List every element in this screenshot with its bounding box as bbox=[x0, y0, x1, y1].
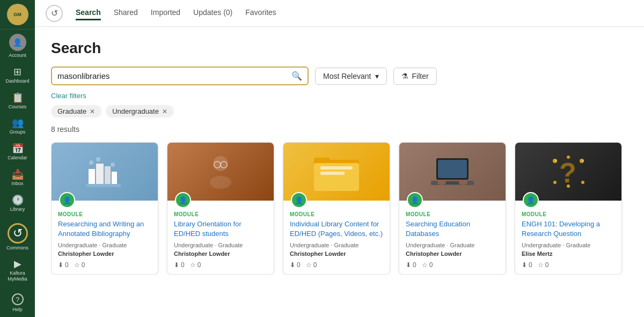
sidebar-label-library: Library bbox=[10, 207, 25, 212]
card-3-stars[interactable]: ☆ 0 bbox=[306, 261, 317, 269]
person-badge-icon-3: 👤 bbox=[295, 196, 303, 204]
svg-rect-2 bbox=[105, 166, 111, 185]
card-4-download[interactable]: ⬇ 0 bbox=[406, 261, 416, 269]
sidebar-item-courses[interactable]: 📋 Courses bbox=[0, 89, 35, 114]
svg-point-6 bbox=[96, 157, 100, 161]
remove-graduate-filter[interactable]: ✕ bbox=[90, 108, 95, 115]
star-icon-1: ☆ bbox=[74, 261, 80, 269]
card-3: 👤 MODULE Individual Library Content for … bbox=[283, 142, 390, 275]
svg-point-22 bbox=[437, 180, 446, 185]
sidebar-label-commons: Commons bbox=[6, 245, 28, 251]
svg-point-5 bbox=[89, 160, 93, 165]
card-4-body: MODULE Searching Education Databases Und… bbox=[399, 201, 506, 274]
card-5-actions: ⬇ 0 ☆ 0 bbox=[522, 261, 615, 269]
card-3-type: MODULE bbox=[290, 211, 383, 217]
sidebar-label-help: Help bbox=[12, 307, 23, 313]
filter-tags-row: Graduate ✕ Undergraduate ✕ bbox=[51, 105, 628, 117]
results-count: 8 results bbox=[51, 125, 628, 134]
download-icon-2: ⬇ bbox=[174, 261, 179, 269]
card-3-title[interactable]: Individual Library Content for ED/HED (P… bbox=[290, 219, 383, 239]
person-illustration bbox=[199, 153, 242, 190]
card-5-body: MODULE ENGH 101: Developing a Research Q… bbox=[515, 201, 621, 274]
card-5-download[interactable]: ⬇ 0 bbox=[522, 261, 532, 269]
card-5-type: MODULE bbox=[522, 211, 615, 217]
card-4-title[interactable]: Searching Education Databases bbox=[406, 219, 499, 239]
card-3-star-count: 0 bbox=[313, 261, 317, 269]
books-illustration bbox=[83, 153, 126, 190]
card-3-author: Christopher Lowder bbox=[290, 250, 383, 257]
groups-icon: 👥 bbox=[12, 118, 24, 128]
sidebar-item-commons[interactable]: ↺ Commons bbox=[0, 219, 35, 255]
remove-undergraduate-filter[interactable]: ✕ bbox=[162, 108, 167, 115]
svg-point-28 bbox=[581, 181, 584, 184]
svg-rect-1 bbox=[96, 164, 104, 185]
sidebar-item-kaltura[interactable]: ▶ Kaltura MyMedia bbox=[0, 255, 35, 286]
card-4-stars[interactable]: ☆ 0 bbox=[422, 261, 433, 269]
sort-dropdown[interactable]: Most Relevant ▾ bbox=[315, 68, 387, 85]
search-icon: 🔍 bbox=[291, 71, 302, 81]
filter-tag-undergraduate: Undergraduate ✕ bbox=[106, 105, 174, 117]
sidebar: GM 👤 Account ⊞ Dashboard 📋 Courses 👥 Gro… bbox=[0, 0, 35, 317]
card-1-title[interactable]: Researching and Writing an Annotated Bib… bbox=[58, 219, 151, 239]
card-1-download[interactable]: ⬇ 0 bbox=[58, 261, 69, 269]
tab-search[interactable]: Search bbox=[76, 6, 101, 20]
library-icon: 🕐 bbox=[12, 195, 24, 205]
filter-button[interactable]: ⚗ Filter bbox=[393, 68, 436, 85]
card-1-type: MODULE bbox=[58, 211, 151, 217]
card-3-body: MODULE Individual Library Content for ED… bbox=[283, 201, 390, 274]
card-2-download[interactable]: ⬇ 0 bbox=[174, 261, 185, 269]
svg-point-9 bbox=[210, 176, 231, 189]
sidebar-label-dashboard: Dashboard bbox=[5, 78, 29, 84]
tab-favorites[interactable]: Favorites bbox=[245, 6, 276, 20]
person-badge-icon-4: 👤 bbox=[411, 196, 419, 204]
sidebar-item-library[interactable]: 🕐 Library bbox=[0, 191, 35, 217]
card-2-stars[interactable]: ☆ 0 bbox=[190, 261, 201, 269]
clear-filters-link[interactable]: Clear filters bbox=[51, 92, 628, 100]
svg-text:?: ? bbox=[559, 157, 576, 188]
tab-imported[interactable]: Imported bbox=[151, 6, 180, 20]
sidebar-label-courses: Courses bbox=[9, 104, 27, 110]
tab-updates[interactable]: Updates (0) bbox=[193, 6, 232, 20]
courses-icon: 📋 bbox=[12, 93, 24, 102]
sidebar-item-inbox[interactable]: 📥 Inbox bbox=[0, 165, 35, 191]
commons-icon: ↺ bbox=[13, 226, 23, 240]
sidebar-label-account: Account bbox=[9, 53, 26, 58]
card-3-download[interactable]: ⬇ 0 bbox=[290, 261, 301, 269]
card-4-downloads: 0 bbox=[413, 261, 416, 269]
sidebar-item-groups[interactable]: 👥 Groups bbox=[0, 114, 35, 139]
card-5: ? � bbox=[515, 142, 622, 275]
card-5-star-count: 0 bbox=[545, 261, 549, 269]
card-2-title[interactable]: Library Orientation for ED/HED students bbox=[174, 219, 267, 239]
card-4-star-count: 0 bbox=[429, 261, 433, 269]
sidebar-item-dashboard[interactable]: ⊞ Dashboard bbox=[0, 63, 35, 89]
svg-point-7 bbox=[111, 163, 115, 167]
card-4-actions: ⬇ 0 ☆ 0 bbox=[406, 261, 499, 269]
kaltura-icon: ▶ bbox=[14, 259, 21, 269]
sidebar-item-calendar[interactable]: 📅 Calendar bbox=[0, 139, 35, 165]
card-5-stars[interactable]: ☆ 0 bbox=[538, 261, 549, 269]
card-2-star-count: 0 bbox=[197, 261, 201, 269]
sidebar-item-account[interactable]: 👤 Account bbox=[0, 30, 35, 63]
card-5-image: ? � bbox=[515, 143, 621, 201]
search-input-wrapper[interactable]: 🔍 bbox=[51, 67, 309, 85]
card-3-badge: 👤 bbox=[291, 192, 307, 208]
sidebar-item-help[interactable]: ? Help bbox=[0, 289, 35, 317]
card-3-downloads: 0 bbox=[297, 261, 301, 269]
tab-shared[interactable]: Shared bbox=[114, 6, 138, 20]
download-icon-4: ⬇ bbox=[406, 261, 411, 269]
card-5-title[interactable]: ENGH 101: Developing a Research Question bbox=[522, 219, 615, 239]
avatar: 👤 bbox=[9, 34, 26, 51]
search-bar-row: 🔍 Most Relevant ▾ ⚗ Filter bbox=[51, 67, 628, 85]
card-1-stars[interactable]: ☆ 0 bbox=[74, 261, 85, 269]
card-2-actions: ⬇ 0 ☆ 0 bbox=[174, 261, 267, 269]
card-3-actions: ⬇ 0 ☆ 0 bbox=[290, 261, 383, 269]
star-icon-3: ☆ bbox=[306, 261, 312, 269]
filter-tag-label-undergraduate: Undergraduate bbox=[112, 107, 159, 115]
card-4-type: MODULE bbox=[406, 211, 499, 217]
search-input[interactable] bbox=[57, 71, 291, 80]
person-badge-icon-1: 👤 bbox=[63, 196, 71, 204]
svg-rect-19 bbox=[438, 160, 467, 178]
card-1-downloads: 0 bbox=[65, 261, 69, 269]
back-button[interactable]: ↺ bbox=[46, 5, 63, 22]
card-5-author: Elise Mertz bbox=[522, 250, 615, 257]
